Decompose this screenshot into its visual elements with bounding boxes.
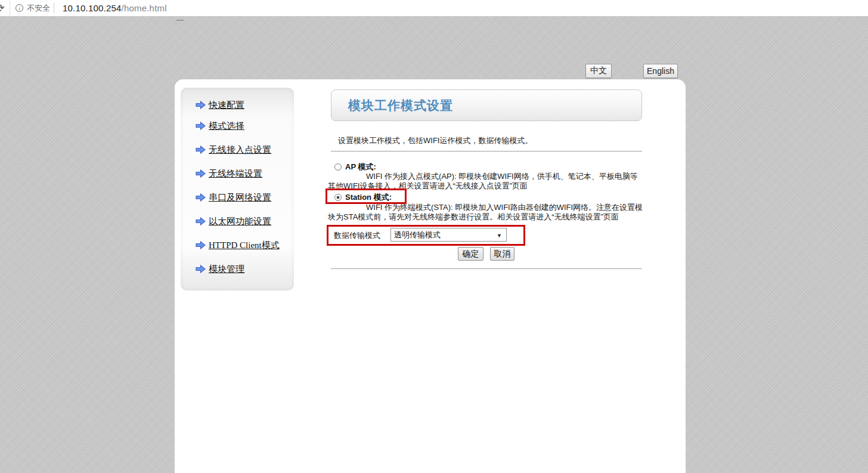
arrow-icon	[196, 193, 206, 202]
sidebar-item-module-mgmt[interactable]: 模块管理	[196, 263, 244, 275]
sidebar-item-ap-settings[interactable]: 无线接入点设置	[196, 144, 271, 156]
sidebar-link-label: 串口及网络设置	[209, 192, 271, 203]
ap-mode-radio[interactable]	[334, 163, 342, 171]
ap-mode-label[interactable]: AP 模式:	[345, 162, 376, 172]
intro-text: 设置模块工作模式，包括WIFI运作模式，数据传输模式。	[338, 135, 636, 146]
sidebar-link-label: 无线接入点设置	[209, 144, 271, 156]
sidebar-link-label: HTTPD Client模式	[209, 240, 280, 251]
url-path: /home.html	[122, 3, 167, 13]
sidebar-item-mode-select[interactable]: 模式选择	[196, 120, 244, 132]
sidebar-item-httpd-client[interactable]: HTTPD Client模式	[196, 239, 280, 251]
transfer-mode-select[interactable]: 透明传输模式 ▼	[390, 228, 507, 242]
ap-mode-description: WIFI 作为接入点模式(AP): 即模块创建WIFI网络，供手机、笔记本、平板…	[328, 172, 643, 190]
language-english-button[interactable]: English	[643, 64, 678, 78]
url-divider	[54, 3, 54, 13]
station-mode-option[interactable]: Station 模式:	[334, 192, 392, 203]
separator	[331, 268, 642, 270]
transfer-mode-label: 数据传输模式	[334, 230, 380, 241]
arrow-icon	[196, 101, 206, 109]
sidebar-link-label: 模块管理	[209, 264, 244, 275]
station-mode-label[interactable]: Station 模式:	[345, 192, 392, 203]
sidebar-link-label: 无线终端设置	[209, 168, 262, 180]
arrow-icon	[196, 241, 206, 249]
sidebar-link-label: 模式选择	[209, 120, 244, 132]
ap-mode-option[interactable]: AP 模式:	[334, 162, 376, 172]
language-chinese-button[interactable]: 中文	[585, 64, 612, 78]
arrow-icon	[196, 169, 206, 178]
station-mode-description: WIFI 作为终端模式(STA): 即模块加入WIFI路由器创建的WIFI网络。…	[328, 203, 646, 221]
url-host: 10.10.100.254	[63, 3, 122, 13]
sidebar-item-ethernet[interactable]: 以太网功能设置	[196, 215, 271, 227]
page-title-box: 模块工作模式设置	[331, 89, 642, 121]
arrow-icon	[196, 217, 206, 225]
sidebar-link-label: 以太网功能设置	[209, 216, 271, 227]
separator	[331, 151, 642, 152]
url-input[interactable]: 10.10.100.254/home.html	[63, 0, 167, 16]
page-title: 模块工作模式设置	[348, 97, 453, 114]
transfer-mode-selected-value: 透明传输模式	[394, 230, 441, 240]
info-icon: i	[16, 4, 23, 12]
address-bar-divider	[10, 0, 10, 16]
sidebar-item-sta-settings[interactable]: 无线终端设置	[196, 168, 262, 180]
reload-icon[interactable]: ⟳	[0, 1, 5, 15]
ok-button[interactable]: 确定	[458, 247, 483, 261]
cancel-button[interactable]: 取消	[490, 247, 514, 261]
sidebar-link-label: 快速配置	[209, 100, 244, 111]
sidebar-item-quick-config[interactable]: 快速配置	[196, 99, 244, 111]
not-secure-label: 不安全	[27, 3, 50, 14]
scroll-artifact	[176, 20, 184, 21]
sidebar-item-uart-network[interactable]: 串口及网络设置	[196, 191, 271, 203]
arrow-icon	[196, 265, 206, 273]
arrow-icon	[196, 122, 206, 130]
arrow-icon	[196, 146, 206, 154]
browser-address-bar: ⟳ i 不安全 10.10.100.254/home.html	[0, 0, 868, 17]
page-background: 中文 English 快速配置 模式选择 无线接入点设置	[0, 17, 868, 473]
chevron-down-icon: ▼	[497, 233, 502, 239]
sidebar-nav: 快速配置 模式选择 无线接入点设置 无线终端设置 串口及网络设置	[181, 88, 294, 290]
site-security-chip[interactable]: i 不安全	[16, 0, 50, 16]
main-panel: 快速配置 模式选择 无线接入点设置 无线终端设置 串口及网络设置	[175, 79, 686, 473]
station-mode-radio[interactable]	[334, 194, 342, 201]
screen-root: ⟳ i 不安全 10.10.100.254/home.html 中文 Engli…	[0, 0, 868, 473]
